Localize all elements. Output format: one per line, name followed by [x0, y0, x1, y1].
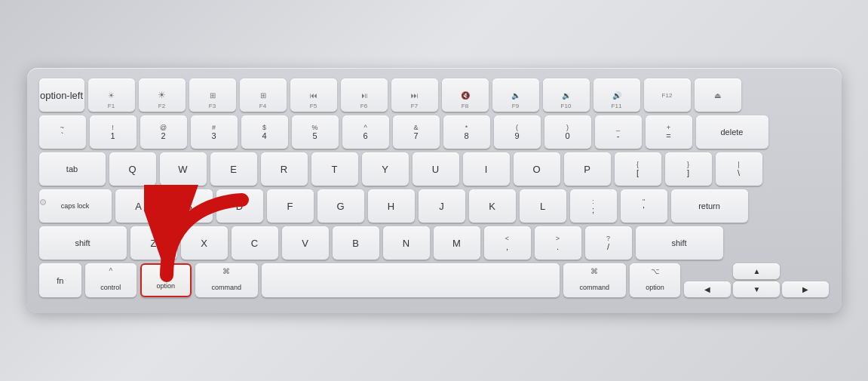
key-h[interactable]: H — [368, 189, 415, 223]
key-command-right[interactable]: ⌘ command — [563, 263, 626, 297]
key-return[interactable]: return — [671, 189, 748, 223]
key-capslock[interactable]: caps lock — [39, 189, 112, 223]
key-command-left[interactable]: ⌘ command — [195, 263, 258, 297]
key-arrow-right[interactable]: ▶ — [782, 281, 829, 297]
key-arrow-left[interactable]: ◀ — [684, 281, 731, 297]
key-f3[interactable]: ⊞ F3 — [189, 78, 236, 112]
key-shift-right[interactable]: shift — [636, 226, 723, 260]
key-f1[interactable]: ☀ F1 — [88, 78, 135, 112]
key-y[interactable]: Y — [362, 152, 409, 186]
key-f2[interactable]: ☀ F2 — [139, 78, 186, 112]
key-u[interactable]: U — [413, 152, 459, 186]
key-f8[interactable]: 🔇 F8 — [442, 78, 489, 112]
key-f6[interactable]: ⏯ F6 — [341, 78, 388, 112]
key-delete[interactable]: delete — [696, 115, 768, 149]
key-e[interactable]: E — [210, 152, 257, 186]
key-c[interactable]: C — [232, 226, 278, 260]
key-7[interactable]: & 7 — [393, 115, 440, 149]
key-r[interactable]: R — [261, 152, 308, 186]
key-a[interactable]: A — [115, 189, 162, 223]
key-p[interactable]: P — [564, 152, 611, 186]
key-minus[interactable]: _ - — [595, 115, 642, 149]
key-f4[interactable]: ⊞ F4 — [240, 78, 287, 112]
key-rbracket[interactable]: } ] — [665, 152, 712, 186]
number-key-row: ~ ` ! 1 @ 2 # 3 $ 4 % 5 ^ 6 & 7 — [39, 115, 830, 149]
key-z[interactable]: Z — [130, 226, 177, 260]
key-9[interactable]: ( 9 — [494, 115, 541, 149]
key-8[interactable]: * 8 — [443, 115, 490, 149]
key-b[interactable]: B — [333, 226, 379, 260]
key-o[interactable]: O — [514, 152, 560, 186]
key-k[interactable]: K — [469, 189, 516, 223]
key-tab[interactable]: tab — [39, 152, 106, 186]
arrow-keys-block: ▲ ◀ ▼ ▶ — [684, 263, 829, 297]
key-f9[interactable]: 🔈 F9 — [492, 78, 539, 112]
key-f12[interactable]: F12 — [644, 78, 691, 112]
key-slash[interactable]: ? / — [585, 226, 632, 260]
key-w[interactable]: W — [160, 152, 207, 186]
key-3[interactable]: # 3 — [191, 115, 238, 149]
key-t[interactable]: T — [311, 152, 358, 186]
key-f5[interactable]: ⏮ F5 — [290, 78, 337, 112]
key-arrow-up[interactable]: ▲ — [733, 263, 780, 279]
key-v[interactable]: V — [282, 226, 329, 260]
key-m[interactable]: M — [434, 226, 480, 260]
key-6[interactable]: ^ 6 — [342, 115, 389, 149]
key-x[interactable]: X — [181, 226, 228, 260]
shift-key-row: shift Z X C V B N M < , > . — [39, 226, 830, 260]
key-n[interactable]: N — [383, 226, 430, 260]
key-tilde[interactable]: ~ ` — [39, 115, 86, 149]
key-eject[interactable]: ⏏ — [695, 78, 741, 112]
key-space[interactable] — [262, 263, 560, 297]
key-f11[interactable]: 🔊 F11 — [593, 78, 640, 112]
key-f[interactable]: F — [267, 189, 314, 223]
key-comma[interactable]: < , — [484, 226, 531, 260]
key-semicolon[interactable]: : ; — [570, 189, 617, 223]
key-option-left[interactable]: ⌥ option — [140, 263, 192, 297]
key-period[interactable]: > . — [535, 226, 581, 260]
key-option-right[interactable]: ⌥ option — [630, 263, 681, 297]
key-lbracket[interactable]: { [ — [615, 152, 661, 186]
key-s[interactable]: S — [166, 189, 213, 223]
key-j[interactable]: J — [419, 189, 465, 223]
key-2[interactable]: @ 2 — [140, 115, 187, 149]
key-quote[interactable]: " ' — [621, 189, 667, 223]
key-equals[interactable]: + = — [646, 115, 692, 149]
key-4[interactable]: $ 4 — [241, 115, 288, 149]
key-q[interactable]: Q — [109, 152, 156, 186]
key-esc[interactable]: option-left — [39, 78, 84, 112]
key-fn[interactable]: fn — [39, 263, 81, 297]
key-f7[interactable]: ⏭ F7 — [391, 78, 438, 112]
fn-key-row: option-left ☀ F1 ☀ F2 ⊞ F3 ⊞ F4 ⏮ F5 ⏯ F… — [39, 78, 830, 112]
modifier-key-row: fn ^ control ⌥ option ⌘ command ⌘ comman… — [39, 263, 830, 297]
key-i[interactable]: I — [463, 152, 510, 186]
key-arrow-down[interactable]: ▼ — [733, 281, 780, 297]
key-d[interactable]: D — [216, 189, 263, 223]
key-backslash[interactable]: | \ — [716, 152, 762, 186]
keyboard: option-left ☀ F1 ☀ F2 ⊞ F3 ⊞ F4 ⏮ F5 ⏯ F… — [27, 68, 842, 313]
asdf-key-row: caps lock A S D F G H J K L : — [39, 189, 830, 223]
qwerty-key-row: tab Q W E R T Y U I O P — [39, 152, 830, 186]
key-shift-left[interactable]: shift — [39, 226, 127, 260]
key-control-left[interactable]: ^ control — [85, 263, 136, 297]
key-g[interactable]: G — [317, 189, 364, 223]
key-1[interactable]: ! 1 — [90, 115, 136, 149]
key-5[interactable]: % 5 — [292, 115, 339, 149]
key-0[interactable]: ) 0 — [544, 115, 591, 149]
key-l[interactable]: L — [520, 189, 566, 223]
key-f10[interactable]: 🔉 F10 — [543, 78, 590, 112]
